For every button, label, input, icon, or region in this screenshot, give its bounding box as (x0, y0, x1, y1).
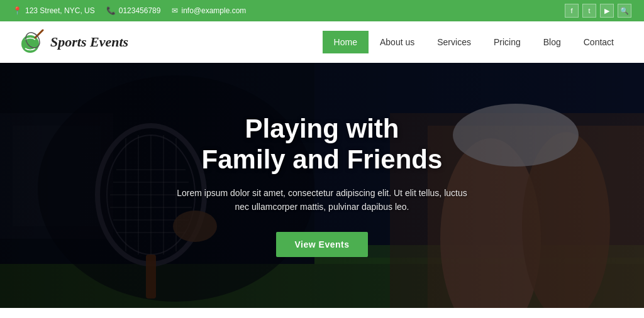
top-bar: 📍 123 Street, NYC, US 📞 0123456789 ✉ inf… (0, 0, 644, 21)
hero-content: Playing withFamily and Friends Lorem ips… (158, 114, 486, 256)
email-text: info@example.com (181, 6, 246, 15)
address-item: 📍 123 Street, NYC, US (13, 6, 95, 15)
nav-services[interactable]: Services (426, 31, 482, 53)
phone-item: 📞 0123456789 (106, 6, 161, 15)
view-events-button[interactable]: View Events (276, 232, 369, 257)
top-bar-right: f t ▶ 🔍 (565, 4, 631, 18)
nav-pricing[interactable]: Pricing (482, 31, 532, 53)
address-text: 123 Street, NYC, US (25, 6, 95, 15)
hero-section: Playing withFamily and Friends Lorem ips… (0, 63, 644, 308)
location-icon: 📍 (13, 6, 22, 15)
hero-title: Playing withFamily and Friends (171, 114, 473, 175)
email-item: ✉ info@example.com (172, 6, 246, 15)
phone-text: 0123456789 (119, 6, 161, 15)
logo-svg (19, 29, 45, 55)
email-icon: ✉ (172, 6, 178, 15)
logo[interactable]: Sports Events (19, 29, 128, 55)
main-nav: Home About us Services Pricing Blog Cont… (323, 31, 625, 53)
youtube-icon[interactable]: ▶ (600, 4, 614, 18)
top-bar-left: 📍 123 Street, NYC, US 📞 0123456789 ✉ inf… (13, 6, 246, 15)
hero-subtitle: Lorem ipsum dolor sit amet, consectetur … (171, 186, 473, 214)
search-icon[interactable]: 🔍 (618, 4, 631, 18)
nav-home[interactable]: Home (323, 31, 369, 53)
nav-contact[interactable]: Contact (572, 31, 625, 53)
svg-line-1 (35, 30, 43, 38)
facebook-icon[interactable]: f (565, 4, 579, 18)
phone-icon: 📞 (106, 6, 116, 15)
twitter-icon[interactable]: t (582, 4, 596, 18)
nav-blog[interactable]: Blog (532, 31, 572, 53)
logo-text: Sports Events (50, 34, 128, 50)
header: Sports Events Home About us Services Pri… (0, 21, 644, 63)
nav-about[interactable]: About us (369, 31, 426, 53)
